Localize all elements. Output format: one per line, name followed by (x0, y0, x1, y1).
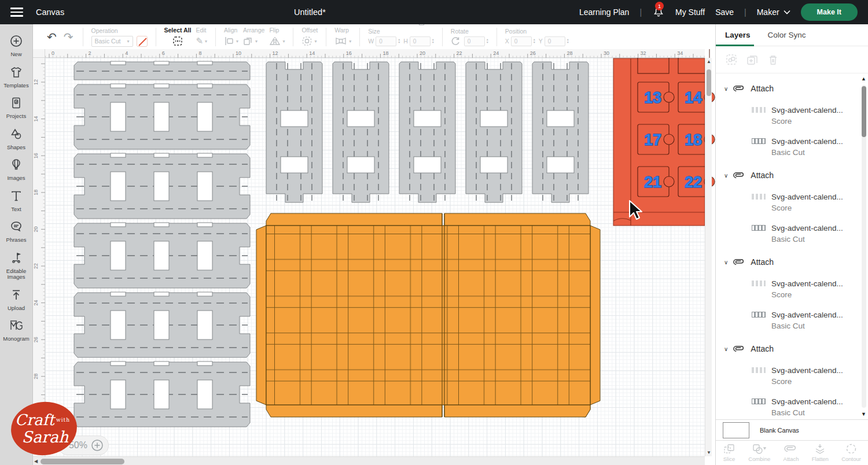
menu-icon[interactable] (0, 0, 33, 24)
layer-group-header[interactable]: ∨ Attach (716, 342, 868, 356)
phrases-icon (9, 220, 23, 236)
layer-item[interactable]: Svg-advent-calend... Score (716, 105, 868, 127)
flatten-button[interactable]: Flatten (812, 443, 829, 462)
scroll-up-icon[interactable]: ▲ (705, 59, 712, 64)
pos-x-stepper[interactable]: ▴▾ (534, 38, 535, 44)
linetype-color-swatch[interactable] (137, 36, 148, 47)
gray-divider-strips-vertical[interactable] (266, 62, 589, 202)
sidebar-item-new[interactable]: New (0, 31, 33, 62)
select-all-button[interactable] (172, 35, 183, 47)
layer-group-header[interactable]: ∨ Attach (716, 82, 868, 95)
canvas-vertical-scrollbar[interactable]: ▲ ▼ (705, 58, 712, 456)
project-title[interactable]: Untitled* (294, 8, 326, 17)
sidebar-item-shapes[interactable]: Shapes (0, 124, 33, 155)
blank-canvas-label: Blank Canvas (760, 427, 799, 434)
make-it-button[interactable]: Make It (801, 3, 858, 21)
delete-icon[interactable] (767, 53, 779, 66)
warp-dropdown[interactable]: ▾ (334, 35, 351, 47)
layers-scrollbar[interactable]: ▲ ▼ (861, 76, 866, 417)
height-stepper[interactable]: ▴▾ (432, 38, 434, 44)
svg-text:26: 26 (33, 337, 39, 342)
orange-box-shape[interactable] (256, 213, 600, 417)
my-stuff-link[interactable]: My Stuff (675, 8, 705, 17)
zoom-control[interactable]: 50% (58, 436, 109, 455)
height-field[interactable]: H 0 ▴▾ (403, 36, 434, 46)
layer-linetype: Score (771, 116, 843, 127)
layer-item[interactable]: Svg-advent-calend... Score (716, 365, 868, 387)
notifications-bell-icon[interactable]: 1 (652, 5, 665, 19)
sidebar-item-templates[interactable]: Templates (0, 62, 33, 93)
align-dropdown[interactable]: ▾ (224, 35, 238, 47)
horizontal-scroll-thumb[interactable] (41, 459, 124, 464)
vertical-scroll-thumb[interactable] (707, 69, 711, 96)
tab-layers[interactable]: Layers (725, 31, 751, 39)
layer-group-header[interactable]: ∨ Attach (716, 168, 868, 182)
svg-text:18: 18 (382, 50, 388, 56)
layer-item[interactable]: Svg-advent-calend... Basic Cut (716, 396, 868, 418)
duplicate-icon[interactable] (746, 53, 759, 66)
sidebar-item-editable-images[interactable]: Editable Images (0, 248, 33, 285)
arrange-dropdown[interactable]: ▾ (243, 35, 258, 47)
sidebar-item-phrases[interactable]: Phrases (0, 216, 33, 248)
svg-text:22: 22 (457, 50, 462, 56)
width-stepper[interactable]: ▴▾ (398, 38, 400, 44)
advent-door-panel[interactable]: 131417182122 (613, 49, 715, 226)
svg-text:18: 18 (33, 190, 39, 195)
chevron-down-icon: ∨ (724, 259, 728, 265)
pos-y-stepper[interactable]: ▴▾ (567, 38, 569, 44)
blank-canvas-thumbnail[interactable] (723, 422, 749, 438)
rotate-stepper[interactable]: ▴▾ (487, 38, 488, 44)
width-field[interactable]: W 0 ▴▾ (368, 36, 400, 46)
rotate-field[interactable]: 0 ▴▾ (464, 36, 488, 46)
layer-item[interactable]: Svg-advent-calend... Basic Cut (716, 136, 868, 158)
attach-paperclip-icon (733, 85, 745, 92)
layer-item[interactable]: Svg-advent-calend... Basic Cut (716, 309, 868, 331)
sidebar-item-projects[interactable]: Projects (0, 93, 33, 124)
svg-text:24: 24 (33, 300, 39, 306)
layers-scroll-down-icon[interactable]: ▼ (861, 411, 866, 417)
combine-button[interactable]: Combine (748, 443, 770, 462)
layers-scroll-thumb[interactable] (862, 86, 866, 137)
blank-canvas-row[interactable]: Blank Canvas (716, 419, 868, 440)
pos-y-field[interactable]: Y 0 ▴▾ (539, 36, 569, 46)
scroll-down-icon[interactable]: ▼ (705, 450, 712, 455)
rotate-label: Rotate (451, 28, 469, 35)
editable-images-icon (9, 251, 23, 267)
gray-divider-strips-horizontal[interactable] (74, 61, 250, 427)
layers-scroll-up-icon[interactable]: ▲ (861, 76, 866, 82)
zoom-in-icon[interactable] (91, 439, 104, 452)
slice-button[interactable]: Slice (723, 443, 735, 462)
pos-x-value: 0 (514, 38, 518, 45)
save-link[interactable]: Save (715, 8, 734, 17)
redo-button[interactable]: ↷ (60, 30, 77, 44)
h-label: H (403, 38, 408, 45)
edit-dropdown[interactable]: ✎ ▾ (196, 35, 207, 47)
scroll-left-icon[interactable]: ◀ (34, 459, 38, 464)
layer-item[interactable]: Svg-advent-calend... Score (716, 191, 868, 213)
sidebar-item-monogram[interactable]: Monogram (0, 315, 33, 346)
attach-paperclip-icon (733, 345, 745, 352)
sidebar-item-images[interactable]: Images (0, 154, 33, 186)
sidebar-item-upload[interactable]: Upload (0, 285, 33, 316)
sidebar-item-text[interactable]: Text (0, 186, 33, 217)
canvas-horizontal-scrollbar[interactable]: ◀ (33, 456, 705, 465)
advent-door-number: 13 (644, 89, 661, 106)
flip-dropdown[interactable]: ▾ (269, 35, 285, 47)
layer-group-header[interactable]: ∨ Attach (716, 255, 868, 269)
arrange-icon (243, 36, 253, 46)
machine-selector[interactable]: Maker (757, 8, 790, 17)
operation-dropdown[interactable]: Basic Cut ▾ (91, 36, 133, 47)
tab-color-sync[interactable]: Color Sync (768, 31, 806, 39)
attach-button[interactable]: Attach (784, 443, 799, 462)
contour-button[interactable]: Contour (841, 443, 861, 462)
learning-plan-link[interactable]: Learning Plan (579, 8, 629, 17)
svg-text:8: 8 (198, 50, 201, 56)
undo-button[interactable]: ↶ (43, 30, 60, 44)
pos-x-field[interactable]: X 0 ▴▾ (505, 36, 535, 46)
layer-item[interactable]: Svg-advent-calend... Basic Cut (716, 223, 868, 245)
layer-item[interactable]: Svg-advent-calend... Score (716, 278, 868, 300)
layer-linetype: Basic Cut (771, 147, 843, 158)
group-select-icon[interactable] (725, 53, 738, 66)
offset-dropdown[interactable]: ▾ (301, 35, 317, 47)
design-canvas[interactable]: 131417182122 024681012141618202224262830… (33, 49, 715, 465)
